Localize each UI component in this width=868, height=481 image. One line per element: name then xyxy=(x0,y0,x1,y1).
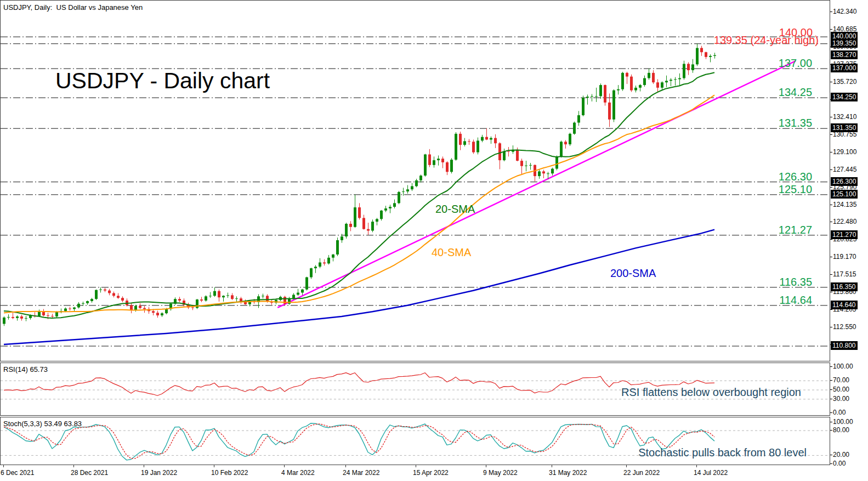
candle[interactable] xyxy=(612,89,615,122)
candle[interactable] xyxy=(7,314,10,320)
candle[interactable] xyxy=(345,223,348,239)
candle[interactable] xyxy=(665,76,668,87)
candle[interactable] xyxy=(69,307,71,311)
candle[interactable] xyxy=(634,86,637,93)
candle[interactable] xyxy=(656,79,659,92)
candle[interactable] xyxy=(551,168,554,176)
rsi-indicator-panel[interactable]: RSI(14) 65.73 RSI flattens below overbou… xyxy=(0,363,830,416)
candle[interactable] xyxy=(648,69,650,80)
candle[interactable] xyxy=(77,302,80,309)
candle[interactable] xyxy=(433,156,435,167)
candle[interactable] xyxy=(582,95,585,116)
candle[interactable] xyxy=(16,315,19,321)
candle[interactable] xyxy=(534,165,536,182)
candle[interactable] xyxy=(683,61,685,80)
candle[interactable] xyxy=(441,156,444,168)
candle[interactable] xyxy=(156,310,159,318)
candle[interactable] xyxy=(507,147,510,156)
candle[interactable] xyxy=(393,200,396,208)
candle[interactable] xyxy=(542,170,545,178)
candle[interactable] xyxy=(209,292,212,298)
date-axis[interactable]: 6 Dec 202128 Dec 202119 Jan 202210 Feb 2… xyxy=(0,465,830,481)
candle[interactable] xyxy=(450,158,453,173)
candle[interactable] xyxy=(560,140,563,157)
candle[interactable] xyxy=(305,277,308,291)
candle[interactable] xyxy=(196,299,198,309)
candle[interactable] xyxy=(297,289,299,296)
candle[interactable] xyxy=(670,78,672,86)
candle[interactable] xyxy=(437,155,440,165)
candle[interactable] xyxy=(485,128,488,140)
candle[interactable] xyxy=(696,44,699,66)
candle[interactable] xyxy=(617,85,620,94)
candle[interactable] xyxy=(332,254,334,262)
candle[interactable] xyxy=(573,122,576,135)
candle[interactable] xyxy=(415,179,418,187)
candle[interactable] xyxy=(262,293,264,298)
candle[interactable] xyxy=(398,191,400,204)
candle[interactable] xyxy=(301,289,304,296)
candle[interactable] xyxy=(595,88,598,102)
candle[interactable] xyxy=(424,154,427,177)
candle[interactable] xyxy=(411,183,413,191)
price-chart-canvas[interactable] xyxy=(1,1,830,361)
candle[interactable] xyxy=(705,52,707,59)
candle[interactable] xyxy=(555,155,558,170)
candle[interactable] xyxy=(112,292,115,298)
candle[interactable] xyxy=(525,161,527,171)
candle[interactable] xyxy=(130,303,133,313)
candle[interactable] xyxy=(503,149,506,161)
candle[interactable] xyxy=(319,258,321,268)
candle[interactable] xyxy=(86,301,89,305)
candle[interactable] xyxy=(51,314,54,318)
candle[interactable] xyxy=(468,139,470,145)
candle[interactable] xyxy=(121,296,124,302)
candle[interactable] xyxy=(498,142,501,169)
candle[interactable] xyxy=(60,308,63,313)
candle[interactable] xyxy=(178,297,181,302)
candle[interactable] xyxy=(459,132,462,150)
candle[interactable] xyxy=(95,290,98,300)
candle[interactable] xyxy=(371,219,374,232)
candle[interactable] xyxy=(161,312,163,317)
candle[interactable] xyxy=(538,169,541,179)
candle[interactable] xyxy=(652,70,655,84)
candle[interactable] xyxy=(476,138,479,155)
candle[interactable] xyxy=(349,221,352,231)
candle[interactable] xyxy=(200,297,203,302)
candle[interactable] xyxy=(270,300,273,305)
candle[interactable] xyxy=(674,77,677,86)
candle[interactable] xyxy=(577,111,580,126)
candle[interactable] xyxy=(33,312,36,318)
candle[interactable] xyxy=(455,132,457,161)
candle[interactable] xyxy=(406,185,409,194)
candle[interactable] xyxy=(586,94,589,104)
candle[interactable] xyxy=(639,84,642,92)
candle[interactable] xyxy=(235,296,238,302)
candle[interactable] xyxy=(213,287,216,297)
candle[interactable] xyxy=(108,289,111,296)
candle[interactable] xyxy=(713,53,716,59)
candle[interactable] xyxy=(472,139,475,154)
candle[interactable] xyxy=(604,84,606,106)
candle[interactable] xyxy=(90,298,93,303)
candle[interactable] xyxy=(643,76,646,87)
main-price-panel[interactable]: USDJPY, Daily: US Dollar vs Japanese Yen… xyxy=(0,0,830,361)
candle[interactable] xyxy=(630,75,633,92)
price-axis[interactable]: 142.340140.685139.030137.375135.720134.0… xyxy=(830,0,868,481)
candle[interactable] xyxy=(481,135,484,143)
candle[interactable] xyxy=(463,138,466,146)
candle[interactable] xyxy=(3,316,5,326)
candle[interactable] xyxy=(380,210,383,220)
candle[interactable] xyxy=(490,137,492,144)
candle[interactable] xyxy=(174,297,177,305)
candle[interactable] xyxy=(231,293,234,300)
candle[interactable] xyxy=(564,140,567,148)
candle[interactable] xyxy=(12,313,14,319)
candle[interactable] xyxy=(569,133,571,146)
candle[interactable] xyxy=(599,83,602,99)
candle[interactable] xyxy=(323,259,326,266)
candle[interactable] xyxy=(608,93,611,127)
candle[interactable] xyxy=(240,297,242,304)
candle[interactable] xyxy=(99,287,102,293)
